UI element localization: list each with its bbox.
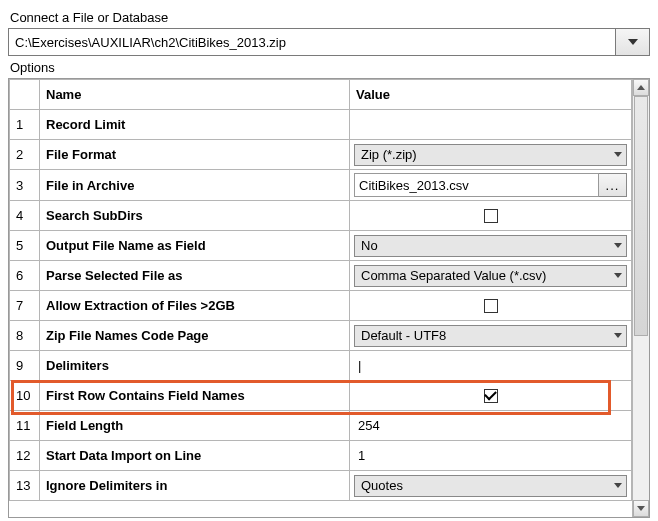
row-index: 3: [10, 170, 40, 201]
row-index: 5: [10, 231, 40, 261]
row-name: Output File Name as Field: [40, 231, 350, 261]
value-text[interactable]: |: [356, 358, 361, 373]
table-row: 4Search SubDirs: [10, 201, 632, 231]
scroll-down-button[interactable]: [633, 500, 649, 517]
value-text[interactable]: 254: [356, 418, 380, 433]
row-index: 10: [10, 381, 40, 411]
row-name: Search SubDirs: [40, 201, 350, 231]
dropdown-text: Comma Separated Value (*.csv): [361, 268, 546, 283]
row-value-cell[interactable]: [350, 291, 632, 321]
row-value-cell[interactable]: Zip (*.zip): [350, 140, 632, 170]
dropdown-text: No: [361, 238, 378, 253]
table-row: 9Delimiters|: [10, 351, 632, 381]
row-value-cell[interactable]: No: [350, 231, 632, 261]
options-label: Options: [10, 60, 650, 75]
dropdown-text: Zip (*.zip): [361, 147, 417, 162]
table-row: 1Record Limit: [10, 110, 632, 140]
value-checkbox-wrap: [356, 209, 625, 223]
row-index: 13: [10, 471, 40, 501]
chevron-down-icon: [628, 39, 638, 45]
row-index: 12: [10, 441, 40, 471]
row-name: Start Data Import on Line: [40, 441, 350, 471]
chevron-down-icon: [614, 333, 622, 338]
row-index: 8: [10, 321, 40, 351]
grid-header-value: Value: [350, 80, 632, 110]
scroll-up-button[interactable]: [633, 79, 649, 96]
file-path-row: [8, 28, 650, 56]
dropdown-text: Quotes: [361, 478, 403, 493]
row-value-cell[interactable]: [350, 201, 632, 231]
row-index: 9: [10, 351, 40, 381]
value-checkbox-wrap: [356, 299, 625, 313]
table-row: 12Start Data Import on Line1: [10, 441, 632, 471]
row-index: 6: [10, 261, 40, 291]
vertical-scrollbar[interactable]: [632, 79, 649, 517]
row-name: Delimiters: [40, 351, 350, 381]
checkbox[interactable]: [484, 299, 498, 313]
value-dropdown[interactable]: No: [354, 235, 627, 257]
connect-label: Connect a File or Database: [10, 10, 650, 25]
grid-header-blank: [10, 80, 40, 110]
checkbox[interactable]: [484, 389, 498, 403]
table-row: 6Parse Selected File asComma Separated V…: [10, 261, 632, 291]
scroll-track[interactable]: [633, 96, 649, 500]
row-name: Zip File Names Code Page: [40, 321, 350, 351]
row-value-cell[interactable]: [350, 110, 632, 140]
row-name: Field Length: [40, 411, 350, 441]
row-value-cell[interactable]: |: [350, 351, 632, 381]
value-dropdown[interactable]: Quotes: [354, 475, 627, 497]
table-row: 10First Row Contains Field Names: [10, 381, 632, 411]
row-name: File in Archive: [40, 170, 350, 201]
grid-header-name: Name: [40, 80, 350, 110]
row-index: 2: [10, 140, 40, 170]
value-checkbox-wrap: [356, 389, 625, 403]
table-row: 13Ignore Delimiters inQuotes: [10, 471, 632, 501]
value-text[interactable]: 1: [356, 448, 365, 463]
row-name: Parse Selected File as: [40, 261, 350, 291]
chevron-down-icon: [614, 152, 622, 157]
chevron-down-icon: [614, 483, 622, 488]
dropdown-text: Default - UTF8: [361, 328, 446, 343]
chevron-up-icon: [637, 85, 645, 90]
value-dropdown[interactable]: Default - UTF8: [354, 325, 627, 347]
table-row: 5Output File Name as FieldNo: [10, 231, 632, 261]
row-name: Ignore Delimiters in: [40, 471, 350, 501]
row-index: 11: [10, 411, 40, 441]
scroll-thumb[interactable]: [634, 96, 648, 336]
row-index: 7: [10, 291, 40, 321]
value-dropdown[interactable]: Zip (*.zip): [354, 144, 627, 166]
row-value-cell[interactable]: Quotes: [350, 471, 632, 501]
row-name: Allow Extraction of Files >2GB: [40, 291, 350, 321]
row-value-cell[interactable]: 1: [350, 441, 632, 471]
row-name: File Format: [40, 140, 350, 170]
row-value-cell[interactable]: Comma Separated Value (*.csv): [350, 261, 632, 291]
options-grid: Name Value 1Record Limit2File FormatZip …: [9, 79, 632, 501]
row-name: Record Limit: [40, 110, 350, 140]
table-row: 7Allow Extraction of Files >2GB: [10, 291, 632, 321]
file-path-dropdown-button[interactable]: [616, 28, 650, 56]
browse-text[interactable]: CitiBikes_2013.csv: [354, 173, 599, 197]
options-panel: Name Value 1Record Limit2File FormatZip …: [8, 78, 650, 518]
row-name: First Row Contains Field Names: [40, 381, 350, 411]
row-value-cell[interactable]: Default - UTF8: [350, 321, 632, 351]
row-index: 4: [10, 201, 40, 231]
row-value-cell[interactable]: [350, 381, 632, 411]
row-index: 1: [10, 110, 40, 140]
chevron-down-icon: [614, 273, 622, 278]
row-value-cell[interactable]: 254: [350, 411, 632, 441]
table-row: 2File FormatZip (*.zip): [10, 140, 632, 170]
table-row: 11Field Length254: [10, 411, 632, 441]
row-value-cell[interactable]: CitiBikes_2013.csv...: [350, 170, 632, 201]
value-browse: CitiBikes_2013.csv...: [354, 173, 627, 197]
checkbox[interactable]: [484, 209, 498, 223]
chevron-down-icon: [637, 506, 645, 511]
chevron-down-icon: [614, 243, 622, 248]
value-dropdown[interactable]: Comma Separated Value (*.csv): [354, 265, 627, 287]
file-path-input[interactable]: [8, 28, 616, 56]
browse-button[interactable]: ...: [599, 173, 627, 197]
table-row: 3File in ArchiveCitiBikes_2013.csv...: [10, 170, 632, 201]
grid-header-row: Name Value: [10, 80, 632, 110]
table-row: 8Zip File Names Code PageDefault - UTF8: [10, 321, 632, 351]
